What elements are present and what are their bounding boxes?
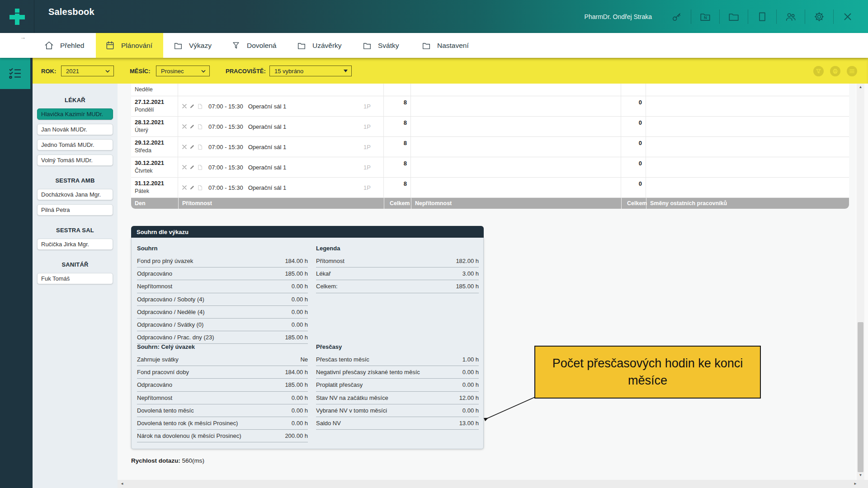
table-row-partial: 26.12.2021 Neděle bbox=[131, 84, 849, 96]
summary-row-label: Odpracováno bbox=[137, 270, 172, 277]
summary-row: Odpracováno185.00 h bbox=[137, 267, 308, 280]
vertical-scrollbar[interactable]: ▲ ▼ bbox=[857, 84, 864, 480]
summary-row-value: 0.00 h bbox=[292, 309, 308, 315]
sidebar-item-employee[interactable]: Fuk Tomáš bbox=[37, 273, 113, 284]
summary-row-label: Nepřítomnost bbox=[137, 394, 172, 401]
column-header: Přítomnost bbox=[178, 198, 384, 209]
users-icon[interactable] bbox=[776, 9, 805, 24]
collapse-arrow-icon[interactable]: → bbox=[20, 34, 26, 41]
tab-plánování[interactable]: Plánování bbox=[96, 33, 163, 58]
tab-uzávěrky[interactable]: Uzávěrky bbox=[297, 33, 342, 58]
print-button[interactable] bbox=[830, 66, 840, 76]
presence-total: 8 bbox=[384, 178, 411, 197]
pracoviste-select[interactable]: 15 vybráno bbox=[269, 66, 352, 76]
filter-button[interactable] bbox=[813, 66, 824, 76]
tab-label: Výkazy bbox=[189, 42, 212, 50]
presence-total: 8 bbox=[384, 96, 411, 116]
sidebar-item-employee[interactable]: Pilná Petra bbox=[37, 204, 113, 216]
row-date: 31.12.2021 bbox=[135, 180, 178, 187]
row-actions bbox=[182, 144, 203, 150]
row-actions bbox=[182, 185, 203, 191]
summary-row-value: 13.00 h bbox=[459, 420, 479, 427]
delete-icon[interactable] bbox=[182, 164, 187, 170]
summary-section-title: Souhrn: Celý úvazek bbox=[137, 340, 308, 353]
absence-total: 0 bbox=[621, 117, 646, 136]
user-name[interactable]: PharmDr. Ondřej Straka bbox=[585, 13, 652, 20]
copy-icon[interactable] bbox=[197, 144, 203, 150]
summary-row-value: 0.00 h bbox=[462, 369, 479, 375]
row-day: Neděle bbox=[135, 86, 178, 93]
tab-dovolená[interactable]: Dovolená bbox=[231, 33, 277, 58]
key-icon[interactable] bbox=[663, 9, 691, 24]
presence-cell: 07:00 - 15:30Operační sál 11P bbox=[178, 137, 384, 157]
scroll-left-icon[interactable]: ◄ bbox=[120, 482, 124, 486]
absence-cell bbox=[411, 178, 621, 197]
mesic-select[interactable]: Prosinec bbox=[156, 66, 210, 76]
scroll-down-icon[interactable]: ▼ bbox=[857, 473, 864, 477]
sidebar-item-employee[interactable]: Jan Novák MUDr. bbox=[37, 124, 113, 135]
summary-section: Souhrn: Celý úvazekZahrnuje svátkyNeFond… bbox=[137, 340, 308, 442]
summary-row: Nepřítomnost0.00 h bbox=[137, 280, 308, 293]
tab-nastavení[interactable]: Nastavení bbox=[421, 33, 469, 58]
scroll-up-icon[interactable]: ▲ bbox=[857, 85, 864, 89]
summary-row-value: 0.00 h bbox=[292, 420, 308, 427]
gear-icon[interactable] bbox=[805, 9, 833, 24]
delete-icon[interactable] bbox=[182, 144, 187, 150]
summary-row: Saldo NV13.00 h bbox=[316, 417, 479, 430]
row-day: Pondělí bbox=[135, 107, 178, 113]
sidebar-item-employee[interactable]: Jedno Tomáš MUDr. bbox=[37, 139, 113, 150]
summary-row: Dovolená tento rok (k měsíci Prosinec)0.… bbox=[137, 417, 308, 430]
edit-icon[interactable] bbox=[189, 185, 195, 190]
app-logo[interactable] bbox=[0, 0, 34, 33]
edit-icon[interactable] bbox=[189, 103, 195, 109]
other-shifts-cell bbox=[646, 96, 849, 116]
sidebar-item-employee[interactable]: Docházková Jana Mgr. bbox=[37, 189, 113, 200]
delete-icon[interactable] bbox=[182, 124, 187, 129]
scroll-right-icon[interactable]: ► bbox=[854, 482, 857, 486]
folder-new-icon[interactable]: N bbox=[691, 9, 719, 24]
folder-icon[interactable] bbox=[719, 9, 748, 24]
query-speed-status: Rychlost dotazu: 560(ms) bbox=[131, 457, 204, 464]
delete-icon[interactable] bbox=[182, 103, 187, 109]
window-icon[interactable] bbox=[748, 9, 776, 24]
sidebar-group: SESTRA AMBDocházková Jana Mgr.Pilná Petr… bbox=[33, 177, 118, 216]
copy-icon[interactable] bbox=[197, 164, 203, 170]
rok-label: ROK: bbox=[41, 68, 56, 75]
shift-tag: 1P bbox=[363, 164, 371, 171]
absence-total: 0 bbox=[621, 96, 646, 116]
menu-button[interactable] bbox=[847, 66, 857, 76]
print-icon bbox=[832, 68, 839, 75]
copy-icon[interactable] bbox=[197, 185, 203, 191]
copy-icon[interactable] bbox=[197, 103, 203, 109]
vertical-scroll-thumb[interactable] bbox=[858, 322, 863, 472]
table-row: 27.12.2021Pondělí07:00 - 15:30Operační s… bbox=[131, 96, 849, 117]
rok-select[interactable]: 2021 bbox=[61, 66, 114, 76]
sidebar-item-employee[interactable]: Ručička Jirka Mgr. bbox=[37, 239, 113, 250]
row-actions bbox=[182, 164, 203, 170]
row-actions bbox=[182, 103, 203, 109]
edit-icon[interactable] bbox=[189, 124, 195, 129]
edit-icon[interactable] bbox=[189, 144, 195, 150]
sidebar-item-employee[interactable]: Hlavička Kazimír MUDr. bbox=[37, 108, 113, 120]
summary-row: Lékař3.00 h bbox=[316, 267, 479, 280]
summary-row-value: 1.00 h bbox=[462, 356, 479, 363]
close-icon[interactable] bbox=[833, 9, 862, 24]
other-shifts-cell bbox=[646, 178, 849, 197]
summary-column: LegendaPřítomnost182.00 hLékař3.00 hCelk… bbox=[316, 241, 479, 442]
delete-icon[interactable] bbox=[182, 185, 187, 190]
table-row: 29.12.2021Středa07:00 - 15:30Operační sá… bbox=[131, 137, 849, 157]
employee-list-toggle[interactable] bbox=[0, 58, 30, 89]
edit-icon[interactable] bbox=[189, 164, 195, 170]
tab-přehled[interactable]: Přehled bbox=[44, 33, 84, 58]
horizontal-scrollbar[interactable]: ◄ ► bbox=[118, 480, 868, 488]
summary-row-label: Vybrané NV v tomto měsíci bbox=[316, 407, 387, 414]
shift-place: Operační sál 1 bbox=[248, 123, 287, 130]
summary-section: LegendaPřítomnost182.00 hLékař3.00 hCelk… bbox=[316, 241, 479, 340]
tab-výkazy[interactable]: Výkazy bbox=[173, 33, 212, 58]
sidebar-group-title: SESTRA SAL bbox=[33, 227, 118, 234]
tab-svátky[interactable]: Svátky bbox=[362, 33, 399, 58]
shift-tag: 1P bbox=[363, 184, 371, 191]
pracoviste-label: PRACOVIŠTĚ: bbox=[226, 68, 266, 75]
sidebar-item-employee[interactable]: Volný Tomáš MUDr. bbox=[37, 155, 113, 166]
copy-icon[interactable] bbox=[197, 124, 203, 130]
